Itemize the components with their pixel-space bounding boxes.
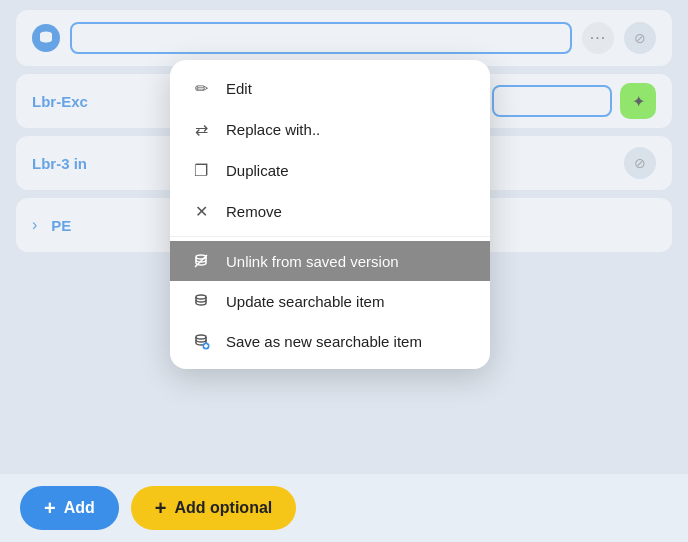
add-label: Add	[64, 499, 95, 517]
add-optional-label: Add optional	[174, 499, 272, 517]
menu-remove-label: Remove	[226, 203, 282, 220]
update-icon	[190, 292, 212, 310]
menu-replace-label: Replace with..	[226, 121, 320, 138]
menu-update-label: Update searchable item	[226, 293, 384, 310]
remove-icon: ✕	[190, 202, 212, 221]
menu-item-duplicate[interactable]: ❐ Duplicate	[170, 150, 490, 191]
menu-item-replace[interactable]: ⇄ Replace with..	[170, 109, 490, 150]
add-optional-button[interactable]: + Add optional	[131, 486, 296, 530]
menu-item-remove[interactable]: ✕ Remove	[170, 191, 490, 232]
menu-item-update[interactable]: Update searchable item	[170, 281, 490, 321]
add-button[interactable]: + Add	[20, 486, 119, 530]
menu-duplicate-label: Duplicate	[226, 162, 289, 179]
svg-point-3	[196, 295, 206, 299]
add-optional-plus-icon: +	[155, 498, 167, 518]
menu-item-unlink[interactable]: Unlink from saved version	[170, 241, 490, 281]
menu-item-edit[interactable]: ✏ Edit	[170, 68, 490, 109]
menu-divider	[170, 236, 490, 237]
duplicate-icon: ❐	[190, 161, 212, 180]
context-menu: ✏ Edit ⇄ Replace with.. ❐ Duplicate ✕ Re…	[170, 60, 490, 369]
svg-point-4	[196, 335, 206, 339]
bottom-bar: + Add + Add optional	[0, 474, 688, 542]
menu-item-save-new[interactable]: Save as new searchable item	[170, 321, 490, 361]
pencil-icon: ✏	[190, 79, 212, 98]
menu-save-new-label: Save as new searchable item	[226, 333, 422, 350]
add-plus-icon: +	[44, 498, 56, 518]
unlink-icon	[190, 252, 212, 270]
menu-edit-label: Edit	[226, 80, 252, 97]
replace-icon: ⇄	[190, 120, 212, 139]
save-new-icon	[190, 332, 212, 350]
menu-unlink-label: Unlink from saved version	[226, 253, 399, 270]
